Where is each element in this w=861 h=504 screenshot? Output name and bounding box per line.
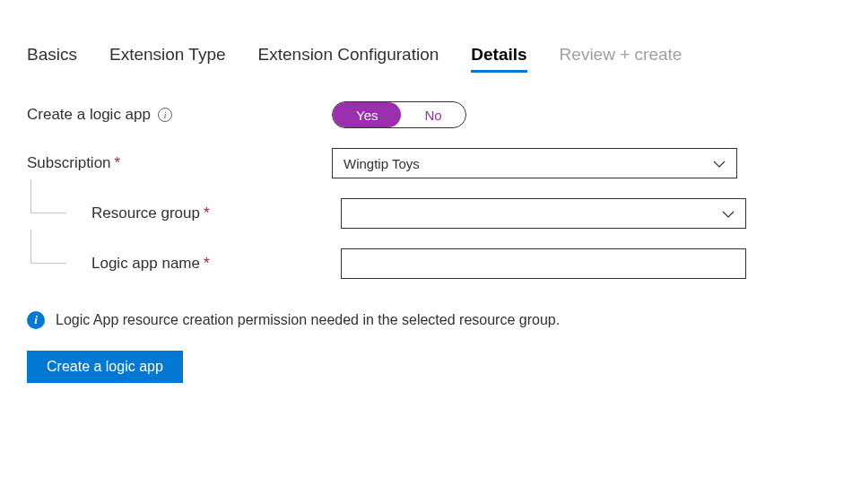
toggle-create-logic-app[interactable]: Yes No [332,101,466,128]
chevron-down-icon [713,156,726,170]
dropdown-subscription[interactable]: Wingtip Toys [332,148,737,178]
tab-review-create[interactable]: Review + create [560,45,683,73]
required-indicator: * [204,204,210,222]
required-indicator: * [115,154,121,172]
label-create-logic-app: Create a logic app i [27,106,332,124]
tab-extension-type[interactable]: Extension Type [109,45,226,73]
tab-bar: Basics Extension Type Extension Configur… [27,45,834,73]
dropdown-value: Wingtip Toys [344,156,420,171]
tab-details[interactable]: Details [471,45,526,73]
label-text: Resource group [91,204,200,222]
toggle-no[interactable]: No [401,102,465,127]
create-logic-app-button[interactable]: Create a logic app [27,351,183,383]
tab-extension-configuration[interactable]: Extension Configuration [258,45,439,73]
row-resource-group: Resource group * [27,198,834,229]
input-logic-app-name[interactable] [341,248,746,279]
info-message: Logic App resource creation permission n… [56,312,560,328]
info-icon[interactable]: i [158,108,172,122]
row-create-logic-app: Create a logic app i Yes No [27,101,834,128]
row-subscription: Subscription * Wingtip Toys [27,148,834,178]
row-logic-app-name: Logic app name * [27,248,834,279]
label-text: Logic app name [91,255,200,273]
info-banner: i Logic App resource creation permission… [27,311,834,329]
tree-connector [30,179,66,213]
label-logic-app-name: Logic app name * [36,255,341,273]
required-indicator: * [204,255,210,273]
label-subscription: Subscription * [27,154,332,172]
label-text: Create a logic app [27,106,151,124]
label-text: Subscription [27,154,111,172]
chevron-down-icon [722,206,735,221]
info-icon: i [27,311,45,329]
tree-connector [30,230,66,264]
toggle-yes[interactable]: Yes [333,102,401,127]
label-resource-group: Resource group * [36,204,341,222]
dropdown-resource-group[interactable] [341,198,746,229]
tab-basics[interactable]: Basics [27,45,77,73]
